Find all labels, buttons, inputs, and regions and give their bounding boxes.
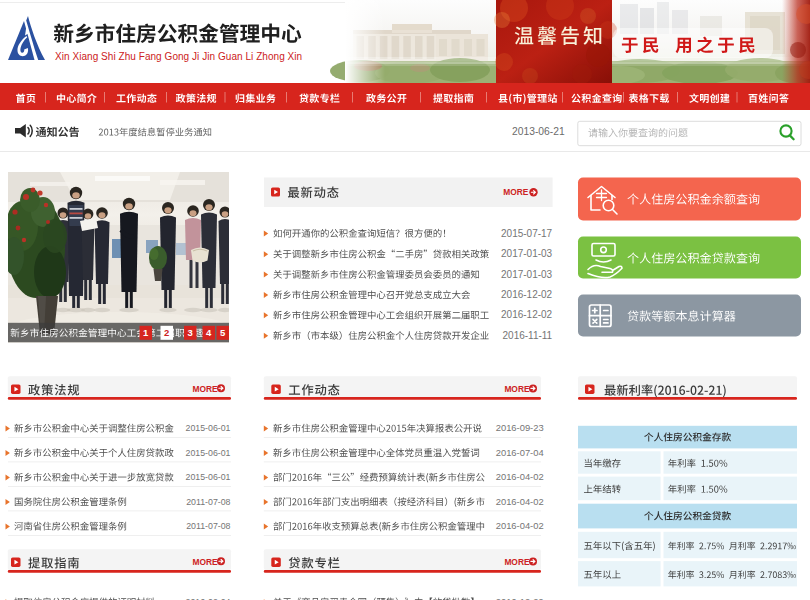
svg-text:2016-11-11: 2016-11-11 <box>503 330 553 341</box>
svg-text:2015-06-01: 2015-06-01 <box>186 472 231 482</box>
svg-text:2016-12-29: 2016-12-29 <box>496 596 544 600</box>
svg-text:2016-12-02: 2016-12-02 <box>501 309 553 320</box>
svg-text:MORE: MORE <box>504 557 530 567</box>
svg-text:2015-06-01: 2015-06-01 <box>186 423 231 433</box>
svg-text:2017-01-03: 2017-01-03 <box>501 248 553 259</box>
svg-text:2013-06-21: 2013-06-21 <box>512 126 565 137</box>
svg-text:2: 2 <box>164 327 169 338</box>
svg-text:4: 4 <box>206 327 212 338</box>
svg-text:2015-07-17: 2015-07-17 <box>501 228 553 239</box>
svg-text:2017-01-03: 2017-01-03 <box>501 269 553 280</box>
svg-text:2011-07-08: 2011-07-08 <box>186 521 230 531</box>
svg-text:MORE: MORE <box>193 557 219 567</box>
svg-text:MORE: MORE <box>503 187 529 197</box>
svg-text:MORE: MORE <box>504 384 530 394</box>
svg-text:2016-12-02: 2016-12-02 <box>501 289 553 300</box>
svg-text:2016-07-04: 2016-07-04 <box>496 447 544 458</box>
svg-text:MORE: MORE <box>193 384 219 394</box>
svg-text:2016-04-02: 2016-04-02 <box>496 496 544 507</box>
svg-text:2011-07-08: 2011-07-08 <box>186 497 230 507</box>
svg-text:5: 5 <box>220 327 226 338</box>
svg-text:2016-04-02: 2016-04-02 <box>496 471 544 482</box>
svg-text:1: 1 <box>143 327 149 338</box>
svg-text:Xin Xiang Shi Zhu Fang Gong Ji: Xin Xiang Shi Zhu Fang Gong Ji Jin Guan … <box>55 51 302 62</box>
svg-text:2016-09-23: 2016-09-23 <box>496 422 544 433</box>
svg-text:2016-04-02: 2016-04-02 <box>496 520 544 531</box>
svg-text:2015-06-01: 2015-06-01 <box>186 448 231 458</box>
svg-text:3: 3 <box>188 327 193 338</box>
